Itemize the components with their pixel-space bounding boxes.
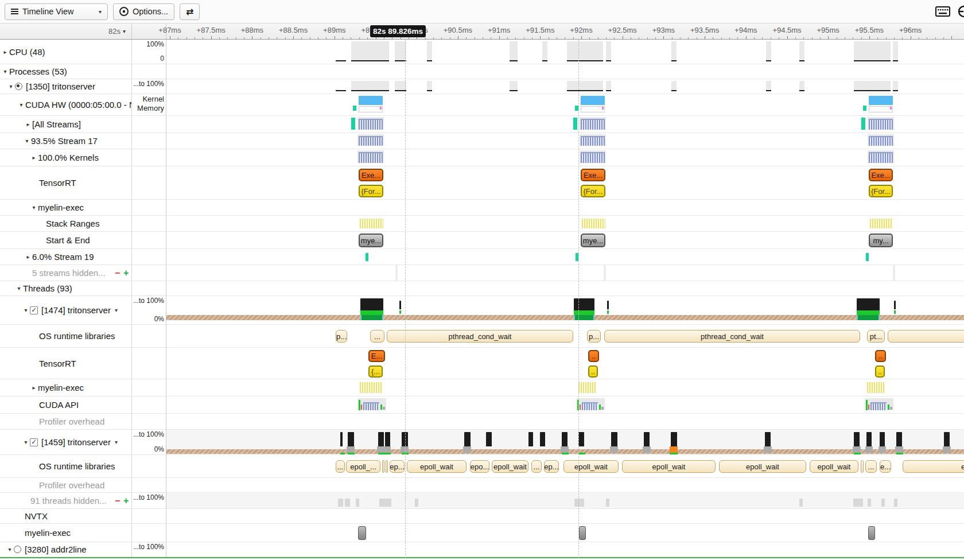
event-range[interactable]: my... xyxy=(869,234,893,247)
track-stream19[interactable] xyxy=(166,249,964,265)
tensorrt-range[interactable]: Exe... xyxy=(359,169,383,181)
thread-busy-spike[interactable] xyxy=(896,432,902,446)
track-cudaapi[interactable] xyxy=(166,396,964,414)
expand-plus-button[interactable]: + xyxy=(123,268,129,278)
thread-busy-spike[interactable] xyxy=(528,432,533,446)
thread-busy-block[interactable] xyxy=(857,298,880,310)
nvtx-range[interactable] xyxy=(868,526,875,540)
event-range[interactable]: mye... xyxy=(359,234,383,247)
sidebar-item-stack[interactable]: Stack Ranges xyxy=(0,216,132,232)
track-allstreams[interactable] xyxy=(166,116,964,133)
track-addr2line[interactable] xyxy=(166,542,964,557)
stream-event-mark[interactable] xyxy=(366,253,368,261)
cuda-api-burst[interactable] xyxy=(870,402,887,410)
nvtx-range[interactable] xyxy=(579,526,586,540)
chevron-down-icon[interactable]: ▾ xyxy=(1,68,9,75)
swap-rows-button[interactable]: ⇄ xyxy=(180,3,200,20)
event-range[interactable] xyxy=(382,460,384,473)
track-nvtx[interactable] xyxy=(166,509,964,524)
event-range[interactable]: epoll_wait xyxy=(810,460,858,473)
kernel-burst[interactable] xyxy=(359,119,383,130)
checkbox-checked-icon[interactable]: ✓ xyxy=(30,306,38,314)
forward-range[interactable]: .. xyxy=(588,365,598,378)
thread-busy-spike[interactable] xyxy=(540,432,545,446)
nvtx-range[interactable] xyxy=(358,526,366,540)
radio-selected-icon[interactable] xyxy=(15,83,22,90)
radio-icon[interactable] xyxy=(14,546,21,553)
thread-busy-block[interactable] xyxy=(574,298,594,310)
kernel-burst[interactable] xyxy=(581,152,605,163)
event-range[interactable] xyxy=(386,460,388,473)
kernel-burst[interactable] xyxy=(581,119,605,130)
cuda-api-burst[interactable] xyxy=(582,402,598,410)
forward-range[interactable]: {... xyxy=(368,365,383,378)
thread-busy-spike[interactable] xyxy=(866,432,872,446)
event-range[interactable]: ... xyxy=(370,330,384,343)
kernel-burst[interactable] xyxy=(869,136,893,146)
thread-busy-spike[interactable] xyxy=(644,432,650,446)
tensorrt-range[interactable]: Exe... xyxy=(869,169,893,181)
row-options-caret[interactable]: ▾ xyxy=(115,307,118,313)
thread-busy-spike[interactable] xyxy=(611,432,617,446)
clock-icon[interactable] xyxy=(957,5,964,18)
track-hidden5[interactable] xyxy=(166,265,964,281)
event-range[interactable]: ep... xyxy=(544,460,559,473)
event-range[interactable]: pthread_cond_wait xyxy=(888,330,964,343)
sidebar-item-startend[interactable]: Start & End xyxy=(0,232,132,249)
chevron-down-icon[interactable]: ▾ xyxy=(7,83,15,90)
track-cudahw[interactable] xyxy=(166,94,964,116)
range-burst[interactable] xyxy=(360,219,383,228)
sidebar-item-t1474[interactable]: ▾✓[1474] tritonserver▾ xyxy=(0,296,132,325)
event-range[interactable]: epoll_... xyxy=(346,460,380,473)
sidebar-item-osrt1459[interactable]: OS runtime libraries xyxy=(0,455,132,478)
event-range[interactable]: pthread_cond_wait xyxy=(604,330,860,343)
track-threads[interactable] xyxy=(166,281,964,296)
forward-range[interactable]: {For... xyxy=(581,185,605,197)
range-burst[interactable] xyxy=(867,382,884,393)
thread-running-block[interactable] xyxy=(574,310,594,315)
sidebar-item-t1459[interactable]: ▾✓[1459] tritonserver▾ xyxy=(0,430,132,455)
kernel-activity-block[interactable] xyxy=(359,96,383,105)
memcpy-mark[interactable] xyxy=(863,106,866,111)
sidebar-item-cpu[interactable]: ▸CPU (48) xyxy=(0,40,132,64)
memory-activity-block[interactable] xyxy=(359,106,383,112)
kernel-burst[interactable] xyxy=(359,136,383,146)
forward-range[interactable]: {For... xyxy=(869,185,893,197)
range-burst[interactable] xyxy=(360,382,383,393)
thread-busy-spike[interactable] xyxy=(671,432,677,446)
track-p1350[interactable] xyxy=(166,79,964,94)
memcpy-mark[interactable] xyxy=(353,106,356,111)
collapse-minus-button[interactable]: − xyxy=(115,496,120,506)
track-myelin_nvtx[interactable] xyxy=(166,524,964,542)
event-range[interactable]: epoll_wait xyxy=(407,460,467,473)
sidebar-item-cudahw[interactable]: ▾CUDA HW (0000:05:00.0 - N xyxy=(0,94,132,116)
sidebar-item-trt1474[interactable]: TensorRT xyxy=(0,348,132,379)
track-osrt1459[interactable]: ...epoll_...ep...epoll_waitepo...epoll_w… xyxy=(166,455,964,478)
track-stack[interactable] xyxy=(166,216,964,232)
sidebar-item-p1350[interactable]: ▾[1350] tritonserver xyxy=(0,79,132,94)
event-range[interactable]: mye... xyxy=(581,234,605,247)
sidebar-item-myelin1474[interactable]: ▸myelin-exec xyxy=(0,379,132,396)
range-burst[interactable] xyxy=(582,219,605,228)
sidebar-item-addr2line[interactable]: ▾[3280] addr2line xyxy=(0,542,132,557)
event-range[interactable]: epoll_wait xyxy=(719,460,806,473)
chevron-down-icon[interactable]: ▾ xyxy=(30,204,38,211)
track-prof1459[interactable] xyxy=(166,478,964,493)
event-range[interactable]: pthread_cond_wait xyxy=(387,330,573,343)
thread-busy-spike[interactable] xyxy=(464,432,471,446)
sidebar-item-cudaapi[interactable]: CUDA API xyxy=(0,396,132,414)
track-kernels[interactable] xyxy=(166,149,964,166)
event-range[interactable]: ep... xyxy=(390,460,405,473)
memcpy-block[interactable] xyxy=(573,118,577,130)
row-options-caret[interactable]: ▾ xyxy=(115,439,118,445)
sidebar-item-stream17[interactable]: ▾93.5% Stream 17 xyxy=(0,133,132,149)
chevron-down-icon[interactable]: ▾ xyxy=(23,138,31,144)
cuda-api-burst[interactable] xyxy=(363,402,379,410)
track-prof1474[interactable] xyxy=(166,414,964,430)
event-range[interactable]: pt... xyxy=(867,330,885,343)
event-range[interactable]: e... xyxy=(880,460,891,473)
chevron-down-icon[interactable]: ▾ xyxy=(15,285,23,291)
track-myelin_hw[interactable] xyxy=(166,200,964,216)
event-range[interactable]: ... xyxy=(865,460,877,473)
range-burst[interactable] xyxy=(578,382,596,393)
